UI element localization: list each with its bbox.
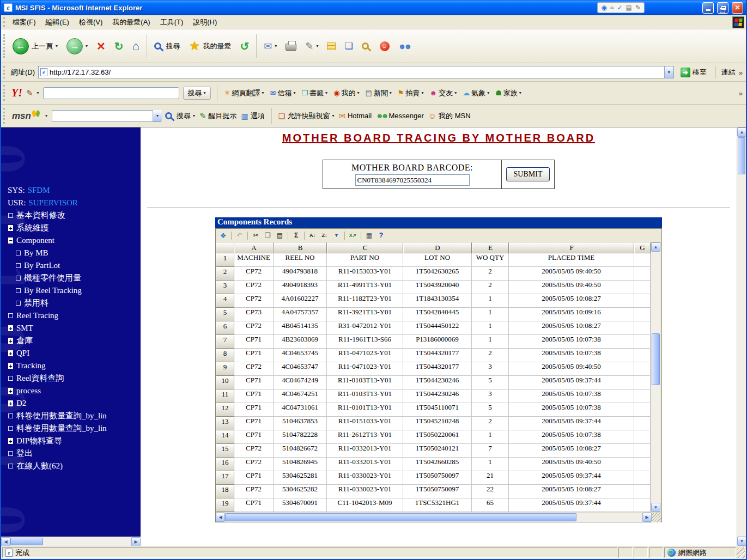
- row-number-cell[interactable]: 10: [216, 376, 234, 389]
- sheet-cell[interactable]: 5304625281: [274, 471, 327, 485]
- toolbar-grip[interactable]: [3, 17, 5, 27]
- sheet-cell[interactable]: [634, 335, 651, 349]
- sheet-cell[interactable]: [634, 430, 651, 444]
- sheet-cell[interactable]: [634, 471, 651, 485]
- spreadsheet-toolbar-icon[interactable]: ✂: [250, 230, 262, 241]
- sheet-cell[interactable]: 4C04674249: [274, 376, 327, 389]
- sheet-cell[interactable]: R11-3921T13-Y01: [327, 308, 403, 321]
- sheet-cell[interactable]: [634, 485, 651, 498]
- sheet-cell[interactable]: CP71: [234, 471, 274, 485]
- scroll-right-button[interactable]: [131, 537, 141, 546]
- msn-options-button[interactable]: 選項: [241, 111, 265, 121]
- sheet-cell[interactable]: 1T5042840445: [403, 308, 472, 321]
- tree-node-icon[interactable]: [15, 288, 21, 294]
- spreadsheet-toolbar-icon[interactable]: ▼: [331, 230, 342, 241]
- sheet-cell[interactable]: CP72: [234, 458, 274, 471]
- sheet-cell[interactable]: 2005/05/05 10:09:16: [509, 308, 634, 321]
- yahoo-pen-icon[interactable]: [26, 88, 33, 98]
- sheet-cell[interactable]: 2005/05/05 09:37:44: [509, 417, 634, 430]
- sheet-cell[interactable]: 5104782228: [274, 430, 327, 444]
- search-button[interactable]: 搜尋: [150, 33, 184, 59]
- sheet-cell[interactable]: 1TSC5321HG1: [403, 498, 472, 512]
- spreadsheet-toolbar-icon[interactable]: ▤: [274, 230, 286, 241]
- tree-node-icon[interactable]: [15, 300, 21, 306]
- sidebar-item[interactable]: Component: [1, 234, 141, 247]
- sheet-cell[interactable]: 5304625282: [274, 485, 327, 498]
- row-number-cell[interactable]: 17: [216, 471, 234, 485]
- sheet-cell[interactable]: [634, 349, 651, 362]
- sheet-cell[interactable]: WO QTY: [472, 253, 509, 267]
- sidebar-item[interactable]: 機種零件使用量: [1, 272, 141, 284]
- sidebar-item[interactable]: 料卷使用數量查詢_by_lin: [1, 410, 141, 422]
- page-vertical-scrollbar[interactable]: [737, 127, 746, 546]
- menu-item[interactable]: 檢視(V): [74, 16, 107, 29]
- sidebar-item[interactable]: D2: [1, 397, 141, 410]
- links-overflow-icon[interactable]: [739, 68, 743, 77]
- sheet-cell[interactable]: 2005/05/05 10:08:27: [509, 444, 634, 458]
- sheet-cell[interactable]: 2005/05/05 10:08:27: [509, 485, 634, 498]
- msn-popup-blocker-button[interactable]: 允許快顯視窗: [278, 111, 335, 121]
- tree-node-icon[interactable]: [8, 438, 14, 444]
- sheet-cell[interactable]: 2005/05/05 09:37:44: [509, 498, 634, 512]
- minimize-button[interactable]: [702, 2, 714, 14]
- yahoo-toolbar-item[interactable]: ▤ 新聞: [364, 87, 392, 99]
- sheet-vertical-scrollbar[interactable]: [651, 242, 660, 512]
- sheet-cell[interactable]: 2005/05/05 10:08:27: [509, 321, 634, 335]
- sheet-cell[interactable]: [634, 498, 651, 512]
- restore-button[interactable]: [717, 2, 728, 14]
- sheet-cell[interactable]: R11-0330023-Y01: [327, 485, 403, 498]
- sidebar-item[interactable]: By PartLot: [1, 259, 141, 272]
- sheet-cell[interactable]: R11-0330023-Y01: [327, 471, 403, 485]
- yahoo-item-dropdown-icon[interactable]: [262, 90, 264, 95]
- msn-search-caret-icon[interactable]: [193, 113, 195, 118]
- sheet-cell[interactable]: [634, 321, 651, 335]
- back-button[interactable]: ← 上一頁: [9, 33, 62, 59]
- sheet-cell[interactable]: [634, 281, 651, 294]
- sheet-cell[interactable]: 1T5042630265: [403, 267, 472, 281]
- tree-node-icon[interactable]: [8, 463, 14, 469]
- row-number-cell[interactable]: 11: [216, 389, 234, 403]
- row-number-cell[interactable]: 2: [216, 267, 234, 281]
- tree-node-icon[interactable]: [8, 238, 14, 244]
- msn-messenger-button[interactable]: Messenger: [376, 112, 424, 120]
- sidebar-item[interactable]: 系統維護: [1, 222, 141, 234]
- tree-node-icon[interactable]: [8, 313, 14, 319]
- addon-toolbar-icon[interactable]: ◉: [601, 4, 606, 11]
- addon-toolbar-icon[interactable]: ✎: [635, 4, 641, 11]
- mail-button[interactable]: [260, 33, 281, 59]
- sheet-cell[interactable]: R11-0153033-Y01: [327, 267, 403, 281]
- yahoo-item-dropdown-icon[interactable]: [454, 90, 457, 95]
- yahoo-pen-dropdown-icon[interactable]: [37, 90, 39, 95]
- sheet-cell[interactable]: 1: [472, 430, 509, 444]
- sheet-cell[interactable]: CP72: [234, 321, 274, 335]
- back-dropdown-icon[interactable]: [56, 44, 58, 48]
- row-number-cell[interactable]: 6: [216, 321, 234, 335]
- sheet-cell[interactable]: CP72: [234, 362, 274, 376]
- yahoo-overflow-icon[interactable]: [739, 88, 743, 98]
- sheet-cell[interactable]: 2: [472, 349, 509, 362]
- menu-item[interactable]: 工具(T): [155, 16, 189, 29]
- sheet-cell[interactable]: CP73: [234, 308, 274, 321]
- sheet-cell[interactable]: 4B04514135: [274, 321, 327, 335]
- spreadsheet-toolbar-icon[interactable]: A↓: [307, 230, 318, 241]
- sheet-cell[interactable]: CP71: [234, 389, 274, 403]
- sheet-cell[interactable]: 1T5042660285: [403, 458, 472, 471]
- scroll-up-button[interactable]: [651, 242, 660, 252]
- home-button[interactable]: [129, 33, 143, 59]
- sheet-cell[interactable]: CP72: [234, 444, 274, 458]
- go-button[interactable]: ➜ 移至: [677, 67, 710, 78]
- tree-node-icon[interactable]: [8, 451, 14, 456]
- row-number-cell[interactable]: 8: [216, 349, 234, 362]
- sheet-cell[interactable]: 65: [472, 498, 509, 512]
- tree-node-icon[interactable]: [8, 375, 14, 381]
- tree-node-icon[interactable]: [8, 325, 14, 331]
- sheet-cell[interactable]: 1T5044230246: [403, 389, 472, 403]
- yahoo-toolbar-item[interactable]: ☁ 氣象: [461, 87, 490, 99]
- history-button[interactable]: [236, 33, 253, 59]
- sheet-cell[interactable]: 4C04674251: [274, 389, 327, 403]
- yahoo-item-dropdown-icon[interactable]: [390, 90, 392, 95]
- toolbar-grip[interactable]: [3, 34, 5, 58]
- sheet-cell[interactable]: 1: [472, 321, 509, 335]
- yahoo-item-dropdown-icon[interactable]: [357, 90, 359, 95]
- sheet-cell[interactable]: 3: [472, 389, 509, 403]
